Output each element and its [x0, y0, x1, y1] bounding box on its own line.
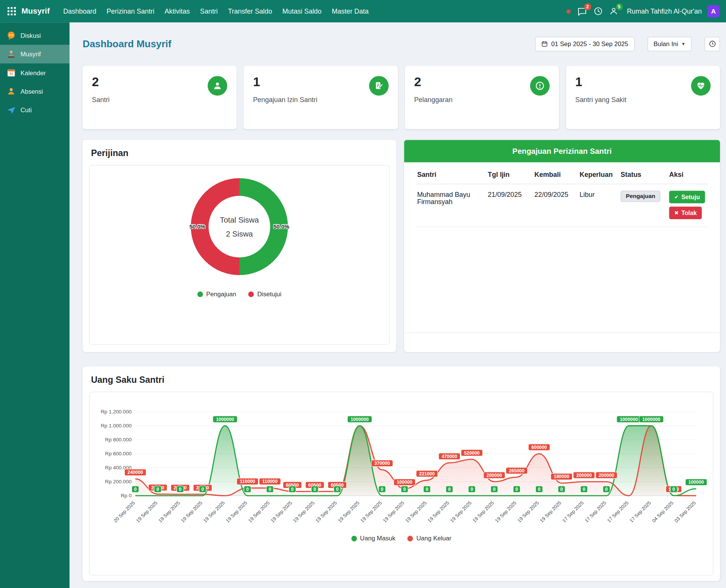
history-button[interactable] [704, 37, 720, 51]
reject-button[interactable]: ✖Tolak [669, 207, 702, 219]
clock-icon[interactable] [593, 6, 603, 16]
svg-text:0: 0 [291, 487, 294, 492]
exclamation-circle-icon [530, 76, 550, 96]
stat-label: Pelanggaran [414, 96, 549, 104]
uang-saku-title: Uang Saku Santri [89, 374, 714, 392]
stat-value: 2 [414, 75, 549, 90]
sidebar-label: Diskusi [20, 32, 41, 39]
period-dropdown[interactable]: Bulan Ini ▼ [647, 37, 692, 51]
svg-text:04 Sep 2025: 04 Sep 2025 [651, 500, 675, 524]
perijinan-title: Perijinan [89, 147, 390, 165]
svg-text:31: 31 [9, 72, 13, 76]
percent-label-right: 50.0% [273, 223, 289, 230]
svg-text:19 Sep 2025: 19 Sep 2025 [382, 500, 405, 524]
svg-text:19 Sep 2025: 19 Sep 2025 [359, 500, 383, 524]
svg-text:265000: 265000 [509, 468, 524, 473]
svg-text:0: 0 [672, 487, 675, 492]
col-kembali: Kembali [534, 164, 579, 184]
chevron-down-icon: ▼ [681, 42, 686, 46]
svg-text:17 Sep 2025: 17 Sep 2025 [561, 500, 585, 524]
school-name: Rumah Tahfizh Al-Qur'an [627, 8, 702, 15]
legend-pengajuan[interactable]: Pengajuan [197, 291, 236, 298]
cell-santri: Muhammad Bayu Firmansyah [416, 184, 487, 227]
sidebar-item-absensi[interactable]: Absensi [0, 82, 70, 101]
donut-legend: Pengajuan Disetujui [197, 291, 282, 298]
stat-label: Pengajuan Izin Santri [253, 96, 388, 104]
uang-saku-card: Uang Saku Santri Rp 0Rp 200.000Rp 400.00… [82, 367, 720, 581]
svg-text:19 Sep 2025: 19 Sep 2025 [292, 500, 316, 524]
svg-text:17 Sep 2025: 17 Sep 2025 [628, 500, 652, 524]
approve-button[interactable]: ✔Setuju [669, 191, 705, 203]
svg-text:03 Sep 2025: 03 Sep 2025 [673, 500, 697, 524]
user-notification-icon[interactable]: 5 [609, 6, 619, 16]
stat-card-santri-sakit: 1 Santri yang Sakit [566, 66, 720, 129]
period-label: Bulan Ini [653, 40, 678, 48]
svg-text:0: 0 [381, 487, 383, 492]
nav-transfer-saldo[interactable]: Transfer Saldo [223, 0, 277, 22]
donut-chart: Total Siswa 2 Siswa 50.0% 50.0% [189, 176, 290, 277]
notification-dot [566, 9, 570, 13]
svg-text:0: 0 [583, 487, 585, 492]
donut-center-value: 2 Siswa [226, 229, 253, 238]
svg-text:1000000: 1000000 [642, 417, 660, 422]
svg-text:240000: 240000 [127, 470, 143, 475]
calendar-icon [541, 40, 548, 47]
chat-icon[interactable]: 2 [577, 6, 587, 16]
perijinan-card: Perijinan Total Siswa 2 Siswa 50.0% 50.0… [82, 140, 396, 352]
svg-text:520000: 520000 [464, 450, 479, 456]
svg-text:19 Sep 2025: 19 Sep 2025 [157, 500, 181, 524]
heartbeat-icon [691, 76, 711, 96]
sidebar-item-diskusi[interactable]: Diskusi [0, 26, 70, 45]
svg-text:19 Sep 2025: 19 Sep 2025 [314, 500, 338, 524]
svg-text:221000: 221000 [419, 471, 435, 477]
legend-uang-masuk[interactable]: Uang Masuk [351, 535, 396, 542]
chat-bubble-icon [6, 31, 16, 40]
stat-value: 1 [253, 75, 388, 90]
brand-title[interactable]: Musyrif [22, 6, 50, 16]
svg-text:19 Sep 2025: 19 Sep 2025 [337, 500, 361, 524]
svg-text:100000: 100000 [397, 480, 412, 485]
svg-text:100000: 100000 [689, 480, 704, 485]
apps-grid-icon[interactable] [8, 7, 16, 15]
svg-text:470000: 470000 [442, 454, 457, 459]
nav-dashboard[interactable]: Dashboard [58, 0, 102, 22]
svg-text:19 Sep 2025: 19 Sep 2025 [202, 500, 226, 524]
stat-card-pengajuan-izin: 1 Pengajuan Izin Santri [244, 66, 398, 129]
nav-santri[interactable]: Santri [195, 0, 223, 22]
svg-text:0: 0 [403, 487, 406, 492]
sidebar-label: Kalender [20, 69, 46, 76]
svg-text:0: 0 [157, 487, 159, 492]
svg-text:0: 0 [515, 487, 518, 492]
svg-text:200000: 200000 [576, 473, 592, 478]
svg-text:0: 0 [493, 487, 496, 492]
legend-dot-red [408, 535, 413, 541]
svg-text:19 Sep 2025: 19 Sep 2025 [225, 500, 248, 524]
svg-text:1000000: 1000000 [216, 417, 234, 422]
donut-center-title: Total Siswa [220, 215, 259, 224]
nav-master-data[interactable]: Master Data [327, 0, 374, 22]
sidebar-item-musyrif[interactable]: Musyrif [0, 45, 70, 63]
nav-perizinan-santri[interactable]: Perizinan Santri [101, 0, 159, 22]
sidebar-label: Absensi [20, 88, 43, 95]
svg-text:Rp 0: Rp 0 [121, 493, 132, 498]
sidebar-item-kalender[interactable]: 31 Kalender [0, 63, 70, 82]
avatar[interactable]: A [707, 5, 720, 17]
svg-text:0: 0 [448, 487, 451, 492]
date-range-button[interactable]: 01 Sep 2025 - 30 Sep 2025 [535, 37, 634, 51]
svg-text:19 Sep 2025: 19 Sep 2025 [427, 500, 450, 524]
svg-text:19 Sep 2025: 19 Sep 2025 [180, 500, 203, 524]
user-circle-icon [208, 76, 227, 96]
nav-mutasi-saldo[interactable]: Mutasi Saldo [277, 0, 327, 22]
svg-text:0: 0 [605, 487, 608, 492]
stat-card-santri: 2 Santri [82, 66, 237, 129]
svg-text:0: 0 [179, 487, 182, 492]
legend-disetujui[interactable]: Disetujui [248, 291, 281, 298]
svg-text:110000: 110000 [262, 479, 278, 484]
nav-aktivitas[interactable]: Aktivitas [160, 0, 195, 22]
svg-text:180000: 180000 [554, 474, 569, 479]
legend-uang-keluar[interactable]: Uang Keluar [408, 535, 451, 542]
cell-tgl-ijin: 21/09/2025 [487, 184, 534, 227]
sidebar-item-cuti[interactable]: Cuti [0, 101, 70, 119]
svg-text:200000: 200000 [599, 473, 614, 478]
paper-plane-icon [6, 105, 16, 115]
